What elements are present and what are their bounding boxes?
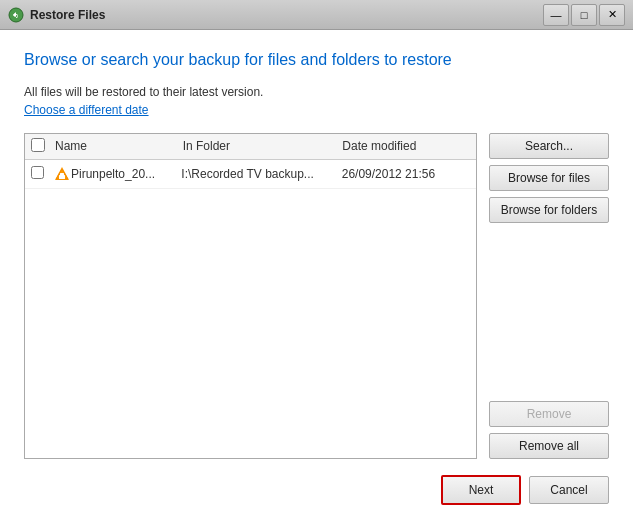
close-button[interactable]: ✕ xyxy=(599,4,625,26)
spacer xyxy=(489,229,609,395)
remove-all-button[interactable]: Remove all xyxy=(489,433,609,459)
file-name-cell: Pirunpelto_20... xyxy=(53,165,181,183)
side-buttons-panel: Search... Browse for files Browse for fo… xyxy=(489,133,609,459)
maximize-button[interactable]: □ xyxy=(571,4,597,26)
svg-rect-4 xyxy=(60,173,64,176)
choose-date-link[interactable]: Choose a different date xyxy=(24,103,609,117)
browse-files-button[interactable]: Browse for files xyxy=(489,165,609,191)
remove-button[interactable]: Remove xyxy=(489,401,609,427)
page-heading: Browse or search your backup for files a… xyxy=(24,50,609,71)
title-bar: Restore Files — □ ✕ xyxy=(0,0,633,30)
header-checkbox-cell xyxy=(31,138,53,155)
content-area: Name In Folder Date modified xyxy=(24,133,609,459)
row-checkbox[interactable] xyxy=(31,166,44,179)
file-list-header: Name In Folder Date modified xyxy=(25,134,476,160)
search-button[interactable]: Search... xyxy=(489,133,609,159)
column-date: Date modified xyxy=(342,139,470,153)
minimize-button[interactable]: — xyxy=(543,4,569,26)
file-list-body: Pirunpelto_20... I:\Recorded TV backup..… xyxy=(25,160,476,458)
row-checkbox-cell xyxy=(31,166,53,182)
main-content: Browse or search your backup for files a… xyxy=(0,30,633,521)
restore-subtitle: All files will be restored to their late… xyxy=(24,85,609,99)
bottom-bar: Next Cancel xyxy=(24,459,609,505)
column-folder: In Folder xyxy=(183,139,343,153)
file-date-cell: 26/09/2012 21:56 xyxy=(342,167,470,181)
select-all-checkbox[interactable] xyxy=(31,138,45,152)
file-folder-cell: I:\Recorded TV backup... xyxy=(181,167,341,181)
cancel-button[interactable]: Cancel xyxy=(529,476,609,504)
vlc-icon xyxy=(53,165,71,183)
browse-folders-button[interactable]: Browse for folders xyxy=(489,197,609,223)
restore-icon xyxy=(8,7,24,23)
table-row[interactable]: Pirunpelto_20... I:\Recorded TV backup..… xyxy=(25,160,476,189)
column-name: Name xyxy=(53,139,183,153)
file-list-container: Name In Folder Date modified xyxy=(24,133,477,459)
next-button[interactable]: Next xyxy=(441,475,521,505)
window-title: Restore Files xyxy=(30,8,105,22)
window-controls: — □ ✕ xyxy=(543,4,625,26)
